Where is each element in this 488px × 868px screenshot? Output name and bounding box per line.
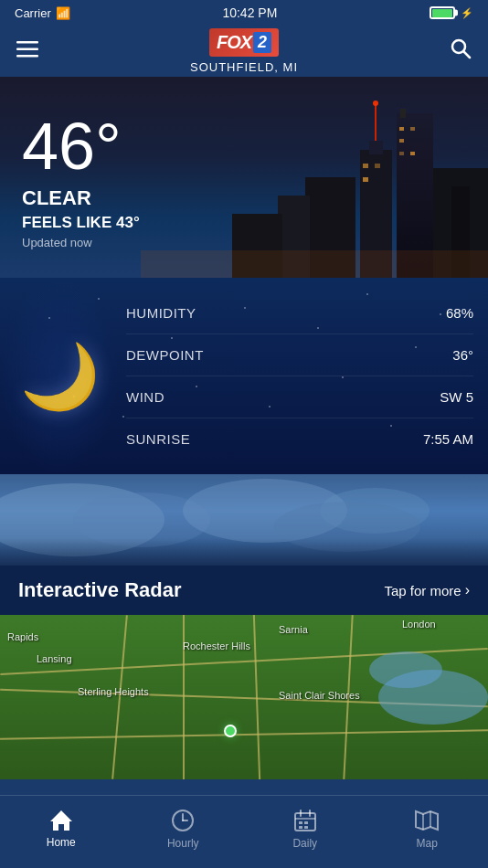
daily-icon bbox=[292, 808, 318, 833]
map-label-rapids: Rapids bbox=[7, 631, 38, 642]
logo-container: FOX 2 SOUTHFIELD, MI bbox=[190, 28, 298, 74]
svg-rect-35 bbox=[299, 826, 302, 829]
weather-details: 🌙 HUMIDITY 68% DEWPOINT 36° WIND SW 5 SU… bbox=[0, 278, 488, 474]
map-label-lansing: Lansing bbox=[37, 653, 72, 664]
status-bar: Carrier 📶 10:42 PM ⚡ bbox=[0, 0, 488, 26]
svg-rect-2 bbox=[16, 55, 38, 58]
svg-rect-10 bbox=[410, 127, 415, 131]
radar-clouds bbox=[0, 474, 488, 566]
stat-value: 68% bbox=[446, 305, 473, 321]
bottom-nav: Home Hourly Daily Map bbox=[0, 795, 488, 868]
svg-rect-12 bbox=[399, 152, 404, 155]
weather-info: 46° CLEAR FEELS LIKE 43° Updated now bbox=[22, 113, 140, 249]
condition-display: CLEAR bbox=[22, 186, 140, 210]
city-skyline bbox=[141, 95, 488, 278]
search-button[interactable] bbox=[450, 37, 472, 65]
map-label-rochester: Rochester Hills bbox=[183, 640, 250, 651]
map-background: Rapids Lansing Sterling Heights Rocheste… bbox=[0, 615, 488, 779]
svg-point-23 bbox=[373, 101, 378, 106]
location-dot bbox=[224, 725, 237, 737]
bolt-icon: ⚡ bbox=[461, 7, 473, 19]
stat-value: SW 5 bbox=[440, 389, 473, 405]
carrier-label: Carrier 📶 bbox=[15, 6, 70, 20]
updated-label: Updated now bbox=[22, 236, 140, 249]
map-label-sterling: Sterling Heights bbox=[78, 686, 149, 697]
moon-container: 🌙 bbox=[0, 278, 119, 474]
feels-like-display: FEELS LIKE 43° bbox=[22, 214, 140, 232]
svg-rect-33 bbox=[299, 821, 302, 824]
stat-value: 7:55 AM bbox=[423, 431, 473, 447]
nav-label-home: Home bbox=[47, 836, 76, 849]
stats-grid: HUMIDITY 68% DEWPOINT 36° WIND SW 5 SUNR… bbox=[119, 278, 488, 474]
stat-row: DEWPOINT 36° bbox=[126, 334, 473, 376]
svg-rect-14 bbox=[363, 164, 368, 168]
map-icon bbox=[414, 808, 440, 833]
battery-tip bbox=[455, 10, 458, 16]
fox-text: FOX bbox=[217, 32, 251, 53]
nav-item-daily[interactable]: Daily bbox=[244, 808, 366, 857]
nav-label-map: Map bbox=[417, 837, 438, 850]
battery-icon bbox=[430, 6, 455, 19]
stat-label: WIND bbox=[126, 389, 164, 405]
nav-label-hourly: Hourly bbox=[167, 837, 199, 850]
svg-rect-6 bbox=[400, 109, 406, 118]
fox-num: 2 bbox=[253, 32, 271, 53]
moon-section: 🌙 HUMIDITY 68% DEWPOINT 36° WIND SW 5 SU… bbox=[0, 278, 488, 474]
svg-rect-11 bbox=[399, 139, 404, 143]
home-icon bbox=[48, 809, 74, 832]
radar-label-bar[interactable]: Interactive Radar Tap for more › bbox=[0, 566, 488, 615]
menu-button[interactable] bbox=[16, 39, 38, 63]
hourly-icon bbox=[170, 808, 196, 833]
battery-fill bbox=[432, 9, 452, 17]
moon-icon: 🌙 bbox=[20, 339, 100, 414]
location-label: SOUTHFIELD, MI bbox=[190, 60, 298, 74]
radar-section: Interactive Radar Tap for more › bbox=[0, 474, 488, 615]
radar-title: Interactive Radar bbox=[18, 578, 182, 602]
stat-label: DEWPOINT bbox=[126, 347, 204, 363]
map-section[interactable]: Rapids Lansing Sterling Heights Rocheste… bbox=[0, 615, 488, 779]
stat-label: HUMIDITY bbox=[126, 305, 196, 321]
map-label-sarnia: Sarnia bbox=[279, 624, 308, 635]
nav-item-hourly[interactable]: Hourly bbox=[122, 808, 245, 857]
svg-marker-37 bbox=[416, 811, 438, 830]
wifi-icon: 📶 bbox=[56, 6, 70, 20]
weather-hero: 46° CLEAR FEELS LIKE 43° Updated now bbox=[0, 77, 488, 278]
fox-logo: FOX 2 bbox=[209, 28, 279, 57]
svg-rect-36 bbox=[304, 826, 308, 829]
time-display: 10:42 PM bbox=[222, 5, 277, 20]
svg-rect-24 bbox=[141, 250, 488, 278]
svg-rect-0 bbox=[16, 41, 38, 44]
stat-value: 36° bbox=[452, 347, 473, 363]
svg-rect-9 bbox=[399, 127, 404, 131]
stat-row: SUNRISE 7:55 AM bbox=[126, 418, 473, 460]
svg-marker-25 bbox=[50, 810, 72, 831]
map-label-london: London bbox=[402, 619, 436, 630]
battery-container: ⚡ bbox=[430, 6, 473, 19]
chevron-icon: › bbox=[465, 582, 470, 598]
svg-rect-13 bbox=[410, 152, 415, 155]
svg-line-4 bbox=[463, 52, 470, 58]
carrier-text: Carrier bbox=[15, 6, 51, 20]
tap-more-button[interactable]: Tap for more › bbox=[384, 582, 470, 598]
map-label-stclair: Saint Clair Shores bbox=[279, 690, 360, 701]
app-header: FOX 2 SOUTHFIELD, MI bbox=[0, 26, 488, 77]
stat-row: HUMIDITY 68% bbox=[126, 292, 473, 334]
stat-row: WIND SW 5 bbox=[126, 376, 473, 418]
nav-label-daily: Daily bbox=[292, 837, 317, 850]
nav-item-home[interactable]: Home bbox=[0, 809, 122, 856]
svg-rect-1 bbox=[16, 48, 38, 51]
stat-label: SUNRISE bbox=[126, 431, 190, 447]
temperature-display: 46° bbox=[22, 113, 140, 179]
nav-item-map[interactable]: Map bbox=[366, 808, 489, 857]
svg-rect-34 bbox=[304, 821, 308, 824]
svg-rect-15 bbox=[375, 164, 380, 168]
svg-rect-16 bbox=[363, 177, 368, 182]
svg-rect-8 bbox=[369, 141, 383, 154]
